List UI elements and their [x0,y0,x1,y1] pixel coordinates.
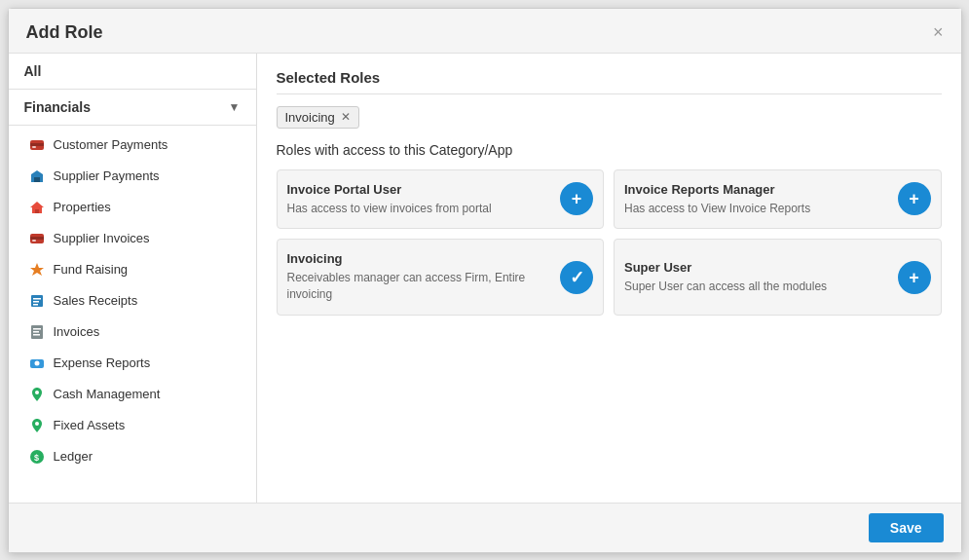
dialog-body: All Financials ▼ Customer Payments Suppl… [9,54,961,503]
cash-management-icon [28,386,46,403]
role-name-invoice-portal-user: Invoice Portal User [287,182,553,197]
sidebar-item-fixed-assets[interactable]: Fixed Assets [9,410,256,441]
role-desc-super-user: Super User can access all the modules [624,279,890,295]
svg-rect-5 [35,209,39,213]
svg-rect-7 [30,237,44,240]
save-button[interactable]: Save [869,513,944,542]
sidebar-item-customer-payments[interactable]: Customer Payments [9,130,256,161]
sidebar-label-supplier-payments: Supplier Payments [54,168,160,183]
sidebar-label-customer-payments: Customer Payments [54,137,168,152]
financials-label: Financials [24,99,91,115]
fund-raising-icon [28,261,46,279]
sidebar-item-fund-raising[interactable]: Fund Raising [9,254,256,285]
svg-rect-11 [33,298,41,300]
role-name-invoicing: Invoicing [287,251,553,266]
expense-reports-icon [28,355,46,372]
svg-marker-9 [30,263,44,276]
svg-rect-8 [32,240,36,242]
role-card-invoice-reports-manager: Invoice Reports Manager Has access to Vi… [614,169,942,230]
svg-point-19 [34,360,39,365]
role-desc-invoice-reports-manager: Has access to View Invoice Reports [624,201,890,217]
role-card-super-user: Super User Super User can access all the… [614,239,942,316]
sidebar-item-expense-reports[interactable]: Expense Reports [9,348,256,379]
sidebar-item-cash-management[interactable]: Cash Management [9,379,256,410]
add-role-dialog: Add Role × All Financials ▼ Customer Pay… [8,8,962,553]
roles-grid: Invoice Portal User Has access to view i… [277,169,942,316]
right-panel: Selected Roles Invoicing ✕ Roles with ac… [257,54,961,503]
role-info-invoicing: Invoicing Receivables manager can access… [287,251,553,303]
sales-receipts-icon [28,292,46,310]
svg-rect-12 [33,301,39,303]
role-card-invoicing: Invoicing Receivables manager can access… [277,239,605,316]
sidebar-label-cash-management: Cash Management [54,387,161,401]
sidebar-item-sales-receipts[interactable]: Sales Receipts [9,285,256,317]
role-info-invoice-reports-manager: Invoice Reports Manager Has access to Vi… [624,182,890,217]
tag-close-icon[interactable]: ✕ [341,111,351,123]
add-role-invoicing-button[interactable]: ✓ [560,261,593,294]
role-desc-invoicing: Receivables manager can access Firm, Ent… [287,270,553,303]
svg-rect-1 [30,143,44,146]
invoicing-tag[interactable]: Invoicing ✕ [277,106,359,129]
sidebar-label-expense-reports: Expense Reports [54,355,151,370]
svg-rect-3 [34,177,40,182]
dialog-title: Add Role [26,22,103,43]
properties-icon [28,199,46,216]
role-card-invoice-portal-user: Invoice Portal User Has access to view i… [277,169,605,230]
ledger-icon: $ [28,448,46,466]
svg-point-20 [35,391,39,394]
sidebar-item-ledger[interactable]: $ Ledger [9,441,256,472]
sidebar-item-properties[interactable]: Properties [9,192,256,223]
dialog-footer: Save [9,503,961,552]
roles-section-title: Roles with access to this Category/App [277,142,942,158]
invoices-icon [28,323,46,341]
add-role-invoice-portal-user-button[interactable]: + [560,182,593,215]
add-role-invoice-reports-manager-button[interactable]: + [898,182,931,215]
selected-roles-title: Selected Roles [277,69,942,94]
sidebar-label-fixed-assets: Fixed Assets [54,418,126,432]
tag-label: Invoicing [285,110,335,125]
role-name-invoice-reports-manager: Invoice Reports Manager [624,182,890,197]
sidebar-item-supplier-invoices[interactable]: Supplier Invoices [9,223,256,254]
fixed-assets-icon [28,417,46,434]
close-button[interactable]: × [933,23,944,41]
sidebar-label-invoices: Invoices [54,324,100,339]
svg-point-21 [35,422,39,426]
role-info-invoice-portal-user: Invoice Portal User Has access to view i… [287,182,553,217]
supplier-payments-icon [28,168,46,185]
nav-list: Customer Payments Supplier Payments Prop… [9,126,256,503]
financials-section[interactable]: Financials ▼ [9,90,256,126]
add-role-super-user-button[interactable]: + [898,261,931,294]
sidebar-label-sales-receipts: Sales Receipts [54,293,138,308]
sidebar-item-supplier-payments[interactable]: Supplier Payments [9,161,256,192]
svg-rect-16 [33,331,39,333]
svg-rect-13 [33,304,38,306]
svg-rect-17 [33,334,40,336]
sidebar-label-supplier-invoices: Supplier Invoices [54,231,150,245]
left-panel: All Financials ▼ Customer Payments Suppl… [9,54,257,503]
sidebar-item-invoices[interactable]: Invoices [9,317,256,348]
supplier-invoices-icon [28,230,46,247]
role-desc-invoice-portal-user: Has access to view invoices from portal [287,201,553,217]
svg-rect-2 [32,146,36,148]
role-info-super-user: Super User Super User can access all the… [624,260,890,295]
all-button[interactable]: All [9,54,256,90]
role-name-super-user: Super User [624,260,890,275]
dialog-header: Add Role × [9,9,961,54]
customer-payments-icon [28,136,46,154]
sidebar-label-properties: Properties [54,200,111,214]
svg-text:$: $ [34,453,39,463]
sidebar-label-ledger: Ledger [54,449,93,464]
sidebar-label-fund-raising: Fund Raising [54,262,129,277]
tag-area: Invoicing ✕ [277,106,942,129]
svg-rect-15 [33,328,41,330]
chevron-down-icon: ▼ [229,100,241,114]
